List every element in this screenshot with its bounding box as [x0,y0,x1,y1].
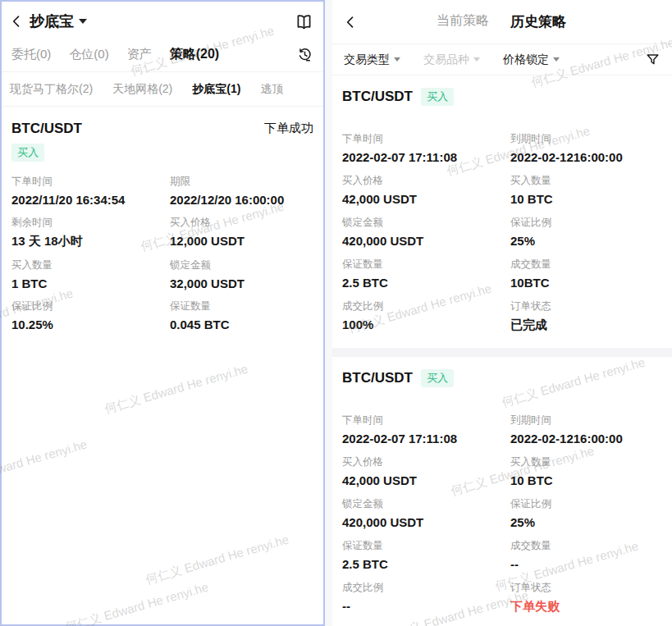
field-locked-amount: 锁定金额 420,000 USDT [342,497,510,529]
field-margin-ratio: 保证比例 25% [510,216,662,248]
tab-positions[interactable]: 仓位(0) [69,47,108,62]
history-card[interactable]: BTC/USDT 买入 下单时间 2022-02-07 17:11:08 到期时… [332,75,672,348]
order-fields: 下单时间 2022-02-07 17:11:08 到期时间 2022-02-12… [342,414,662,615]
history-button[interactable] [296,46,313,63]
field-buy-price: 买入价格 12,000 USDT [170,216,313,249]
filter-trade-type[interactable]: 交易类型 [344,53,400,67]
order-fields: 下单时间 2022-02-07 17:11:08 到期时间 2022-02-12… [342,132,662,333]
field-locked-amount: 锁定金额 420,000 USDT [342,216,510,248]
back-button-right[interactable] [342,14,359,30]
back-chevron-icon [342,14,359,30]
subtab-spot-martingale[interactable]: 现货马丁格尔(2) [10,82,93,97]
chevron-down-icon [553,57,560,62]
tab-history-strategy[interactable]: 历史策略 [510,12,566,31]
strategy-card[interactable]: BTC/USDT 下单成功 买入 下单时间 2022/11/20 16:34:5… [2,107,323,345]
field-locked-amount: 锁定金额 32,000 USDT [170,258,313,290]
field-margin-ratio: 保证比例 10.25% [11,299,170,331]
side-badge: 买入 [421,88,454,106]
funnel-icon [645,52,661,67]
subtab-dip-buy[interactable]: 抄底宝(1) [192,82,240,97]
field-buy-price: 买入价格 42,000 USDT [342,455,510,487]
strategy-type-tabs: 现货马丁格尔(2) 天地网格(2) 抄底宝(1) 逃顶 [2,72,323,107]
subtab-grid[interactable]: 天地网格(2) [112,82,172,97]
open-book-icon [295,12,313,31]
side-badge: 买入 [421,369,454,387]
field-filled-amount: 成交数量 -- [510,539,662,571]
field-order-status: 订单状态 已完成 [510,299,662,333]
field-expire-time: 到期时间 2022-02-1216:00:00 [510,132,662,164]
history-strategy-panel: 当前策略 历史策略 交易类型 交易品种 价格锁定 BTC/USDT [332,0,672,626]
order-fields: 下单时间 2022/11/20 16:34:54 期限 2022/12/20 1… [11,175,313,331]
field-expire-time: 到期时间 2022-02-1216:00:00 [510,414,662,446]
field-margin-ratio: 保证比例 25% [510,497,662,529]
filter-bar: 交易类型 交易品种 价格锁定 [332,44,672,75]
filter-button[interactable] [645,52,661,67]
tab-strategies[interactable]: 策略(20) [170,46,219,63]
filter-trade-pair[interactable]: 交易品种 [423,53,480,67]
page-title[interactable]: 抄底宝 [30,11,74,31]
clock-history-icon [296,46,313,63]
left-header: 抄底宝 [2,2,323,38]
field-margin-amount: 保证数量 2.5 BTC [342,258,510,290]
field-order-time: 下单时间 2022-02-07 17:11:08 [342,414,510,446]
pair-name: BTC/USDT [342,89,413,105]
chevron-down-icon [394,57,400,62]
field-margin-amount: 保证数量 0.045 BTC [170,299,313,331]
field-order-time: 下单时间 2022-02-07 17:11:08 [342,132,510,164]
field-term: 期限 2022/12/20 16:00:00 [170,175,313,207]
field-buy-price: 买入价格 42,000 USDT [342,174,510,206]
field-filled-ratio: 成交比例 100% [342,299,510,333]
status-badge: 下单失败 [510,599,662,615]
docs-button[interactable] [295,12,313,31]
filter-price-lock[interactable]: 价格锁定 [503,53,560,67]
history-card[interactable]: BTC/USDT 买入 下单时间 2022-02-07 17:11:08 到期时… [332,357,672,626]
field-order-status: 订单状态 下单失败 [510,581,662,615]
field-filled-amount: 成交数量 10BTC [510,258,662,290]
tab-assets[interactable]: 资产 [127,47,152,62]
field-buy-amount: 买入数量 10 BTC [510,455,662,487]
field-filled-ratio: 成交比例 -- [342,581,510,615]
order-status: 下单成功 [264,121,313,136]
tab-entrust[interactable]: 委托(0) [11,47,51,62]
field-buy-amount: 买入数量 1 BTC [11,258,170,290]
field-time-left: 剩余时间 13 天 18小时 [11,216,170,249]
pair-name: BTC/USDT [342,370,413,386]
subtab-top-escape[interactable]: 逃顶 [260,82,283,97]
chevron-down-icon[interactable] [79,19,87,24]
right-header: 当前策略 历史策略 [332,0,672,44]
back-button[interactable] [8,13,25,30]
field-order-time: 下单时间 2022/11/20 16:34:54 [11,175,170,207]
field-margin-amount: 保证数量 2.5 BTC [342,539,510,571]
strategy-detail-panel: 抄底宝 委托(0) 仓位(0) 资产 策略(20) [0,0,325,626]
pair-name: BTC/USDT [11,121,82,137]
side-badge: 买入 [11,144,44,162]
account-tabs: 委托(0) 仓位(0) 资产 策略(20) [2,38,323,72]
chevron-down-icon [473,57,480,62]
tab-current-strategy[interactable]: 当前策略 [437,12,489,31]
status-badge: 已完成 [510,318,662,333]
back-chevron-icon [8,13,25,30]
field-buy-amount: 买入数量 10 BTC [510,174,662,206]
